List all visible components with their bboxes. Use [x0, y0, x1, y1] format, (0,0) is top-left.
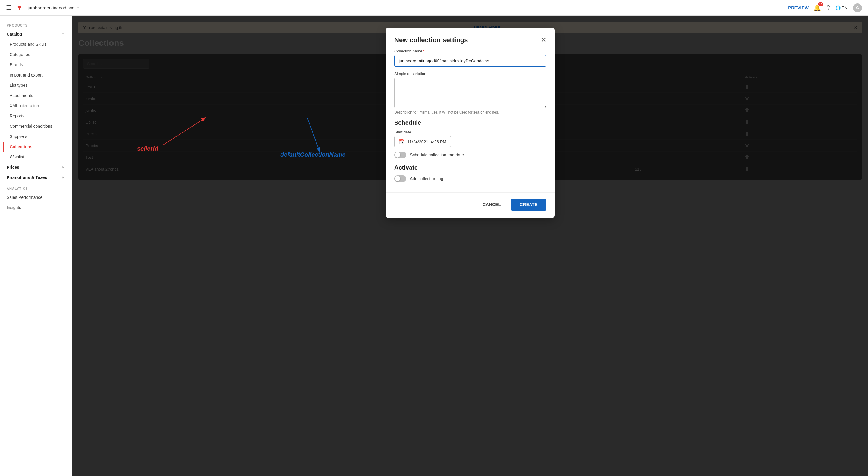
prices-label: Prices	[7, 165, 19, 169]
description-hint: Description for internal use. It will no…	[394, 110, 546, 115]
top-navigation: ☰ ▼ jumboargentinaqadisco PREVIEW 🔔 10 ?…	[0, 0, 868, 16]
simple-description-textarea[interactable]	[394, 78, 546, 108]
sidebar-sub-catalog: Products and SKUs Categories Brands Impo…	[0, 39, 72, 162]
collections-label: Collections	[10, 144, 32, 149]
reports-label: Reports	[10, 114, 24, 118]
create-button[interactable]: CREATE	[511, 198, 546, 211]
sidebar-item-list-types[interactable]: List types	[3, 80, 72, 90]
add-tag-toggle[interactable]	[394, 175, 406, 182]
sidebar-item-import-export[interactable]: Import and export	[3, 70, 72, 80]
language-label: EN	[842, 5, 847, 10]
modal-title: New collection settings	[394, 36, 468, 44]
sidebar-item-products-skus[interactable]: Products and SKUs	[3, 39, 72, 50]
main-content: You are beta testing th LEARN MORE! ✕ Co…	[72, 16, 868, 476]
main-layout: PRODUCTS Catalog Products and SKUs Categ…	[0, 16, 868, 476]
brands-label: Brands	[10, 62, 23, 67]
modal-header: New collection settings ✕	[386, 28, 555, 49]
start-date-value: 11/24/2021, 4:26 PM	[407, 139, 446, 144]
language-selector[interactable]: 🌐 EN	[835, 5, 847, 10]
hamburger-menu[interactable]: ☰	[6, 4, 11, 11]
calendar-icon: 📅	[399, 139, 405, 145]
sidebar: PRODUCTS Catalog Products and SKUs Categ…	[0, 16, 72, 476]
preview-button[interactable]: PREVIEW	[788, 5, 809, 10]
start-date-picker[interactable]: 📅 11/24/2021, 4:26 PM	[394, 136, 451, 147]
start-date-label: Start date	[394, 130, 546, 134]
sidebar-catalog[interactable]: Catalog	[0, 29, 72, 39]
modal-close-button[interactable]: ✕	[541, 37, 546, 43]
import-export-label: Import and export	[10, 73, 43, 77]
store-selector[interactable]: jumboargentinaqadisco	[28, 5, 81, 10]
schedule-end-date-toggle-row: Schedule collection end date	[394, 152, 546, 158]
app-logo: ▼	[16, 4, 23, 12]
modal-footer: CANCEL CREATE	[386, 192, 555, 218]
new-collection-modal: New collection settings ✕ Collection nam…	[386, 28, 555, 218]
sidebar-section-products: PRODUCTS	[0, 19, 72, 29]
suppliers-label: Suppliers	[10, 134, 27, 139]
sidebar-item-xml-integration[interactable]: XML integration	[3, 101, 72, 111]
sidebar-prices[interactable]: Prices	[0, 162, 72, 172]
insights-label: Insights	[7, 205, 21, 210]
commercial-conditions-label: Commercial conditions	[10, 124, 53, 129]
sidebar-item-wishlist[interactable]: Wishlist	[3, 152, 72, 162]
add-tag-toggle-row: Add collection tag	[394, 175, 546, 182]
store-name: jumboargentinaqadisco	[28, 5, 74, 10]
help-icon[interactable]: ?	[827, 4, 830, 11]
promotions-taxes-label: Promotions & Taxes	[7, 175, 47, 180]
sidebar-item-categories[interactable]: Categories	[3, 50, 72, 60]
chevron-right-icon	[61, 175, 65, 180]
schedule-end-date-toggle[interactable]	[394, 152, 406, 158]
sales-performance-label: Sales Performance	[7, 195, 42, 200]
seller-id-annotation: sellerId	[137, 145, 158, 152]
svg-line-1	[307, 118, 319, 151]
collection-name-label: Collection name*	[394, 49, 546, 53]
sidebar-section-analytics: ANALYTICS	[0, 183, 72, 192]
notifications-badge: 10	[818, 2, 824, 6]
chevron-right-icon	[61, 165, 65, 169]
sidebar-item-attachments[interactable]: Attachments	[3, 90, 72, 101]
add-tag-label: Add collection tag	[410, 176, 443, 181]
sidebar-item-commercial-conditions[interactable]: Commercial conditions	[3, 121, 72, 131]
collection-name-input[interactable]	[394, 55, 546, 67]
sidebar-item-insights[interactable]: Insights	[0, 202, 72, 213]
xml-integration-label: XML integration	[10, 103, 39, 108]
toggle-knob	[395, 176, 400, 181]
attachments-label: Attachments	[10, 93, 33, 98]
list-types-label: List types	[10, 83, 27, 88]
chevron-down-icon	[76, 6, 81, 10]
products-skus-label: Products and SKUs	[10, 42, 46, 47]
sidebar-item-sales-performance[interactable]: Sales Performance	[0, 192, 72, 202]
toggle-knob	[395, 152, 400, 158]
sidebar-item-suppliers[interactable]: Suppliers	[3, 131, 72, 141]
chevron-down-icon	[61, 32, 65, 36]
user-avatar[interactable]: G	[853, 3, 862, 12]
simple-description-label: Simple description	[394, 71, 546, 76]
sidebar-promotions-taxes[interactable]: Promotions & Taxes	[0, 172, 72, 183]
sidebar-item-brands[interactable]: Brands	[3, 60, 72, 70]
default-collection-annotation: defaultCollectionName	[280, 151, 346, 158]
cancel-button[interactable]: CANCEL	[476, 199, 507, 210]
notifications-icon[interactable]: 🔔 10	[813, 4, 821, 11]
modal-body: Collection name* Simple description Desc…	[386, 49, 555, 192]
wishlist-label: Wishlist	[10, 155, 24, 159]
sidebar-item-reports[interactable]: Reports	[3, 111, 72, 121]
required-marker: *	[423, 49, 424, 53]
modal-overlay: New collection settings ✕ Collection nam…	[72, 16, 868, 476]
nav-icons: 🔔 10 ? 🌐 EN G	[813, 3, 862, 12]
sidebar-item-collections[interactable]: Collections	[3, 141, 72, 152]
svg-line-0	[163, 118, 205, 145]
activate-section-title: Activate	[394, 164, 546, 171]
schedule-section-title: Schedule	[394, 119, 546, 126]
activate-section: Activate Add collection tag	[394, 164, 546, 182]
sidebar-catalog-label: Catalog	[7, 32, 22, 36]
schedule-end-label: Schedule collection end date	[410, 153, 464, 157]
categories-label: Categories	[10, 52, 30, 57]
